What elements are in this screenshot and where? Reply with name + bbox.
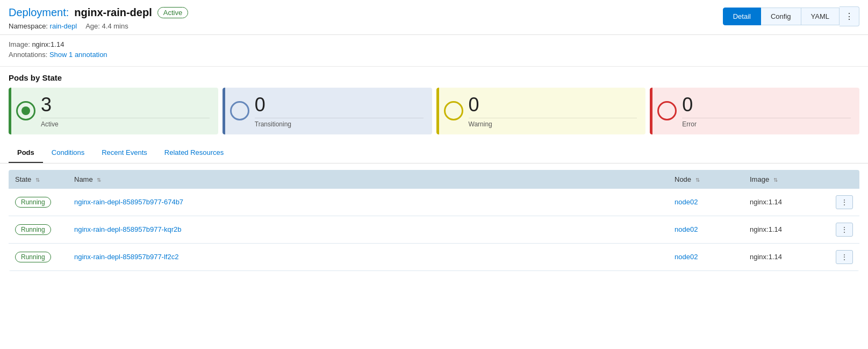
cell-name-1: nginx-rain-depl-858957b977-kqr2b — [68, 216, 668, 243]
cell-name-2: nginx-rain-depl-858957b977-lf2c2 — [68, 243, 668, 270]
pods-table: State ⇅ Name ⇅ Node ⇅ Image ⇅ — [9, 170, 859, 271]
warning-count: 0 — [469, 94, 637, 116]
table-row: Running nginx-rain-depl-858957b977-674b7… — [9, 189, 859, 216]
namespace-label: Namespace: rain-depl — [9, 22, 77, 30]
image-info: Image: nginx:1.14 — [9, 40, 859, 48]
running-badge-0: Running — [15, 197, 51, 208]
table-row: Running nginx-rain-depl-858957b977-lf2c2… — [9, 243, 859, 270]
running-badge-2: Running — [15, 252, 51, 262]
node-link-2[interactable]: node02 — [675, 253, 698, 261]
status-badge: Active — [157, 7, 188, 18]
active-card-border — [9, 88, 11, 134]
warning-divider — [469, 118, 637, 118]
table-row: Running nginx-rain-depl-858957b977-kqr2b… — [9, 216, 859, 243]
col-header-action — [829, 170, 859, 189]
cell-node-1: node02 — [668, 216, 743, 243]
transitioning-state-card[interactable]: 0 Transitioning — [223, 88, 432, 134]
pod-name-link-0[interactable]: nginx-rain-depl-858957b977-674b7 — [74, 198, 183, 206]
col-header-state[interactable]: State ⇅ — [9, 170, 68, 189]
transitioning-divider — [255, 118, 424, 118]
pods-by-state-section: Pods by State 3 Active 0 Transitioning — [0, 67, 868, 134]
state-cards: 3 Active 0 Transitioning 0 — [9, 88, 859, 134]
active-state-icon — [16, 101, 35, 120]
warning-state-icon — [444, 101, 463, 120]
warning-card-border — [436, 88, 439, 134]
tab-pods[interactable]: Pods — [9, 143, 43, 163]
error-card-border — [650, 88, 652, 134]
nav-tabs: Pods Conditions Recent Events Related Re… — [0, 143, 868, 163]
annotations-info: Annotations: Show 1 annotation — [9, 51, 859, 59]
tab-recent-events[interactable]: Recent Events — [93, 143, 156, 163]
warning-state-info: 0 Warning — [469, 94, 637, 128]
cell-action-1: ⋮ — [829, 216, 859, 243]
sort-icon-state: ⇅ — [35, 177, 40, 183]
warning-label: Warning — [469, 120, 637, 128]
deployment-name: nginx-rain-depl — [74, 6, 152, 19]
col-header-name[interactable]: Name ⇅ — [68, 170, 668, 189]
header-left: Deployment: nginx-rain-depl Active Names… — [9, 6, 723, 30]
cell-state-0: Running — [9, 189, 68, 216]
detail-tab-button[interactable]: Detail — [723, 8, 761, 25]
active-state-info: 3 Active — [41, 94, 210, 128]
warning-state-card[interactable]: 0 Warning — [436, 88, 646, 134]
yaml-tab-button[interactable]: YAML — [801, 8, 840, 25]
pod-name-link-1[interactable]: nginx-rain-depl-858957b977-kqr2b — [74, 225, 181, 233]
cell-node-2: node02 — [668, 243, 743, 270]
deployment-label: Deployment: — [9, 6, 69, 19]
title-row: Deployment: nginx-rain-depl Active — [9, 6, 723, 19]
meta-row: Namespace: rain-depl Age: 4.4 mins — [9, 22, 723, 30]
cell-state-1: Running — [9, 216, 68, 243]
config-tab-button[interactable]: Config — [761, 8, 801, 25]
col-header-node[interactable]: Node ⇅ — [668, 170, 743, 189]
error-count: 0 — [682, 94, 851, 116]
row-more-button-0[interactable]: ⋮ — [836, 195, 853, 209]
error-state-info: 0 Error — [682, 94, 851, 128]
error-state-card[interactable]: 0 Error — [650, 88, 859, 134]
cell-name-0: nginx-rain-depl-858957b977-674b7 — [68, 189, 668, 216]
transitioning-state-icon — [230, 101, 249, 120]
cell-state-2: Running — [9, 243, 68, 270]
active-label: Active — [41, 120, 210, 128]
page-header: Deployment: nginx-rain-depl Active Names… — [0, 0, 868, 35]
tab-related-resources[interactable]: Related Resources — [156, 143, 233, 163]
sort-icon-image: ⇅ — [773, 177, 778, 183]
sort-icon-node: ⇅ — [695, 177, 700, 183]
col-header-image[interactable]: Image ⇅ — [743, 170, 829, 189]
transitioning-count: 0 — [255, 94, 424, 116]
cell-node-0: node02 — [668, 189, 743, 216]
active-count: 3 — [41, 94, 210, 116]
info-section: Image: nginx:1.14 Annotations: Show 1 an… — [0, 35, 868, 67]
active-divider — [41, 118, 210, 118]
cell-action-0: ⋮ — [829, 189, 859, 216]
annotations-link[interactable]: Show 1 annotation — [49, 51, 107, 59]
node-link-1[interactable]: node02 — [675, 225, 698, 233]
error-divider — [682, 118, 851, 118]
node-link-0[interactable]: node02 — [675, 198, 698, 206]
transitioning-label: Transitioning — [255, 120, 424, 128]
more-options-button[interactable]: ⋮ — [840, 6, 859, 26]
tab-conditions[interactable]: Conditions — [43, 143, 93, 163]
namespace-link[interactable]: rain-depl — [50, 22, 77, 30]
age-info: Age: 4.4 mins — [85, 22, 128, 30]
sort-icon-name: ⇅ — [97, 177, 101, 183]
table-header-row: State ⇅ Name ⇅ Node ⇅ Image ⇅ — [9, 170, 859, 189]
transitioning-state-info: 0 Transitioning — [255, 94, 424, 128]
row-more-button-2[interactable]: ⋮ — [836, 250, 853, 264]
transitioning-card-border — [223, 88, 225, 134]
cell-image-1: nginx:1.14 — [743, 216, 829, 243]
pods-by-state-title: Pods by State — [9, 73, 859, 82]
cell-action-2: ⋮ — [829, 243, 859, 270]
running-badge-1: Running — [15, 224, 51, 235]
pod-name-link-2[interactable]: nginx-rain-depl-858957b977-lf2c2 — [74, 253, 178, 261]
header-right: Detail Config YAML ⋮ — [723, 6, 859, 26]
cell-image-2: nginx:1.14 — [743, 243, 829, 270]
active-icon-inner — [21, 106, 30, 115]
error-label: Error — [682, 120, 851, 128]
table-section: State ⇅ Name ⇅ Node ⇅ Image ⇅ — [0, 163, 868, 277]
error-state-icon — [657, 101, 677, 120]
row-more-button-1[interactable]: ⋮ — [836, 223, 853, 237]
cell-image-0: nginx:1.14 — [743, 189, 829, 216]
active-state-card[interactable]: 3 Active — [9, 88, 218, 134]
